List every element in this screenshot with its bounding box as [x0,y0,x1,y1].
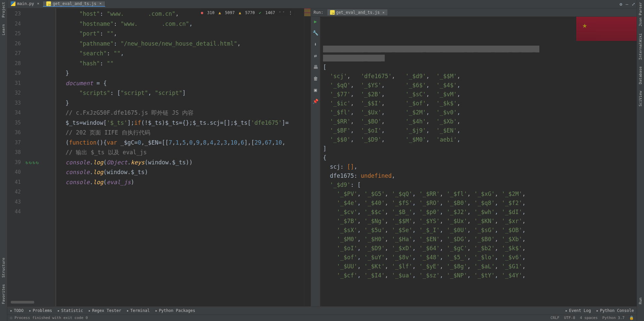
layout-icon[interactable]: ▣ [314,87,317,93]
rail-sciview[interactable]: SciView [638,91,643,106]
expand-icon[interactable]: ⤢ [632,2,635,7]
tool-todo[interactable]: ▸TODO [10,308,23,313]
rail-wiki[interactable]: InternalWiki [638,33,643,60]
rail-json[interactable]: Json Parser [638,2,643,26]
pin-icon[interactable]: 📌 [313,99,318,104]
tool-window-bar: ▸TODO▸Problems▸Statistic▸Regex Tester▸Te… [7,306,637,314]
rail-structure[interactable]: Structure [1,258,6,278]
editor-pane: ●310 ▲5097 ▲5770 ✔1467 ˄ ˅ ⋮ 23242526272… [7,8,311,306]
rail-project[interactable]: Project [1,2,6,17]
run-tab[interactable]: get_eval_and_ts.js × [327,9,387,15]
editor-tab[interactable]: get_eval_and_ts.js× [43,1,105,7]
wrench-icon[interactable]: 🔧 [313,30,318,36]
close-icon[interactable]: × [381,10,385,15]
code-editor[interactable]: "host": "www. .com.cn", "hostname": "www… [56,8,304,306]
tool-regex-tester[interactable]: ▸Regex Tester [88,308,121,313]
close-icon[interactable]: × [36,1,40,6]
js-icon [330,10,335,15]
flag-watermark: ★ [576,17,637,41]
status-bar: ☐ Process finished with exit code 0 CRLF… [7,314,637,321]
tool-icon: ▸ [126,308,129,313]
horizontal-scrollbar[interactable] [11,301,34,304]
status-python[interactable]: Python 3.7 [602,316,625,320]
rail-learn[interactable]: Learn [1,24,6,35]
tool-icon: ▸ [596,308,599,313]
run-tab-label: get_eval_and_ts.js [336,10,380,15]
tool-python-console[interactable]: ▸Python Console [596,308,634,313]
status-msg: ☐ Process finished with exit code 0 [10,316,88,320]
run-output[interactable]: ★ ████████████ ████ ██ ████████ ████ ███… [320,17,637,306]
tool-icon: ▸ [10,308,12,313]
status-indent[interactable]: 4 spaces [580,316,598,320]
tool-icon: ▸ [565,308,568,313]
down-icon[interactable]: ⬇ [314,42,317,47]
tool-python-packages[interactable]: ▸Python Packages [155,308,195,313]
run-pane: Run: get_eval_and_ts.js × ▶ 🔧 ⬇ ⇄ 🖶 🗑 ▣ … [311,8,637,306]
settings-icon[interactable]: ⚙ [620,2,622,7]
trash-icon[interactable]: 🗑 [313,76,318,81]
tool-statistic[interactable]: ▸Statistic [57,308,83,313]
gutter-marks: ↻↻↻↻ [24,8,56,306]
close-icon[interactable]: × [98,1,102,6]
tab-label: get_eval_and_ts.js [53,1,96,6]
run-icon[interactable]: ▶ [314,19,317,24]
run-toolbar: ▶ 🔧 ⬇ ⇄ 🖶 🗑 ▣ 📌 [311,17,320,306]
tool-icon: ▸ [29,308,31,313]
status-encoding[interactable]: UTF-8 [564,316,575,320]
tool-icon: ▸ [57,308,60,313]
tool-problems[interactable]: ▸Problems [29,308,52,313]
js-icon [46,1,51,6]
run-label: Run: [314,10,323,15]
tool-terminal[interactable]: ▸Terminal [126,308,150,313]
line-number-gutter: 2324252627282931323334353637383940414243… [7,8,24,306]
scroll-icon[interactable]: ⇄ [314,53,317,58]
print-icon[interactable]: 🖶 [313,64,318,70]
error-stripe[interactable] [304,8,311,306]
rail-favorites[interactable]: Favorites [1,284,6,304]
lock-icon[interactable]: 🔒 [629,316,634,320]
tool-icon: ▸ [155,308,157,313]
rail-database[interactable]: Database [638,66,643,84]
right-tool-rail: Json Parser InternalWiki Database SciVie… [637,0,644,321]
rail-run[interactable]: Run [638,298,643,304]
py-icon [11,1,15,6]
minimize-icon[interactable]: — [626,2,628,7]
editor-tab[interactable]: main.py× [7,1,43,6]
status-crlf[interactable]: CRLF [550,316,559,320]
editor-tab-row: main.py×get_eval_and_ts.js× ⚙ — ⤢ [7,0,637,8]
tab-label: main.py [17,1,34,6]
tool-event-log[interactable]: ▸Event Log [565,308,591,313]
tool-icon: ▸ [88,308,91,313]
left-tool-rail: Project Learn Structure Favorites [0,0,7,321]
main-area: main.py×get_eval_and_ts.js× ⚙ — ⤢ ●310 ▲… [7,0,637,321]
